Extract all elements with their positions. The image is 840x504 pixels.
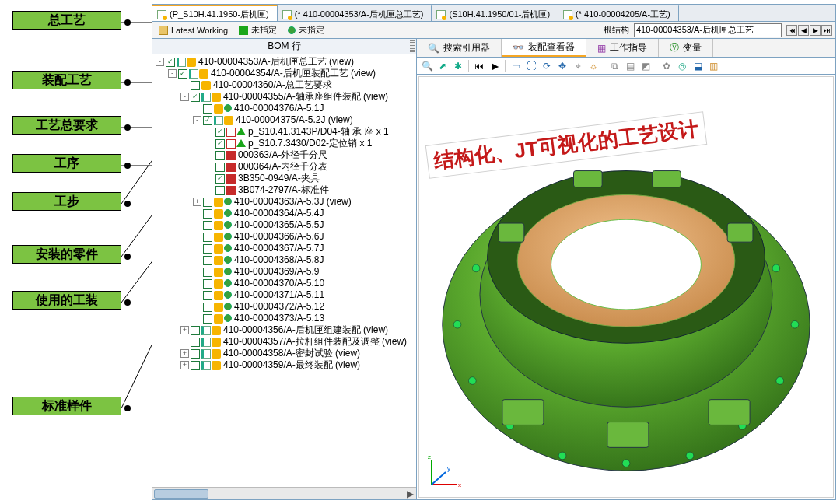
expander[interactable]: + xyxy=(180,349,189,358)
tree-row[interactable]: +✓410-00004359/A-最终装配 (view) xyxy=(156,359,416,371)
tab-work-guide[interactable]: ▦ 工作指导 xyxy=(586,39,659,57)
checkbox[interactable]: ✓ xyxy=(191,349,200,359)
btn-gear[interactable]: ✿ xyxy=(660,59,674,73)
document-tab[interactable]: (S10H.41.1950/01-后机匣) xyxy=(432,5,558,21)
tree-row[interactable]: ✓p_S10.7.3430/D02-定位销 x 1 xyxy=(156,138,416,149)
tree-row[interactable]: -✓410-00004375/A-5.2J (view) xyxy=(156,114,416,126)
checkbox[interactable]: ✓ xyxy=(203,198,212,207)
checkbox[interactable]: ✓ xyxy=(191,338,200,347)
checkbox[interactable]: ✓ xyxy=(203,256,212,265)
nav-next[interactable]: ▶ xyxy=(810,25,821,36)
btn-run[interactable]: ✱ xyxy=(451,59,465,73)
checkbox[interactable]: ✓ xyxy=(215,151,225,160)
tree-row[interactable]: ✓410-00004364/A-5.4J xyxy=(156,208,416,219)
document-tab[interactable]: (P_S10H.41.1950-后机匣) xyxy=(152,5,278,21)
scroll-right[interactable]: ▶ xyxy=(404,488,416,500)
checkbox[interactable]: ✓ xyxy=(203,221,212,230)
btn-sheet[interactable]: ▥ xyxy=(706,59,720,73)
tab-search-refs[interactable]: 🔍 搜索引用器 xyxy=(417,39,502,57)
btn-globe[interactable]: ◎ xyxy=(675,59,689,73)
unspecified-button-2[interactable]: 未指定 xyxy=(285,23,327,37)
btn-export[interactable]: ⬓ xyxy=(691,59,705,73)
btn-light[interactable]: ☼ xyxy=(586,59,600,73)
tree-row[interactable]: -✓410-00004353/A-后机匣总工艺 (view) xyxy=(156,56,416,68)
checkbox[interactable]: ✓ xyxy=(203,291,212,300)
checkbox[interactable]: ✓ xyxy=(203,314,212,324)
checkbox[interactable]: ✓ xyxy=(203,268,212,277)
checkbox[interactable]: ✓ xyxy=(215,186,225,195)
btn-first[interactable]: ⏮ xyxy=(472,59,486,73)
checkbox[interactable]: ✓ xyxy=(203,209,212,219)
column-grip[interactable] xyxy=(410,40,415,52)
nav-prev[interactable]: ◀ xyxy=(798,25,809,36)
checkbox[interactable]: ✓ xyxy=(191,326,200,335)
scroll-thumb[interactable] xyxy=(154,489,208,499)
checkbox[interactable]: ✓ xyxy=(178,69,187,79)
tree-row[interactable]: -✓410-00004354/A-后机匣装配工艺 (view) xyxy=(156,68,416,79)
checkbox[interactable]: ✓ xyxy=(215,163,225,172)
tree-row[interactable]: ✓410-00004368/A-5.8J xyxy=(156,254,416,266)
checkbox[interactable]: ✓ xyxy=(203,279,212,289)
tree-row[interactable]: ✓410-00004367/A-5.7J xyxy=(156,243,416,254)
document-tab[interactable]: (* 410-00004205/A-工艺) xyxy=(558,5,679,21)
checkbox[interactable]: ✓ xyxy=(215,128,225,137)
btn-fit[interactable]: ⛶ xyxy=(524,59,538,73)
checkbox[interactable]: ✓ xyxy=(191,81,200,90)
checkbox[interactable]: ✓ xyxy=(203,303,212,312)
tree-row[interactable]: ✓410-00004366/A-5.6J xyxy=(156,231,416,243)
expander[interactable]: + xyxy=(193,198,201,206)
btn-move[interactable]: ✥ xyxy=(555,59,569,73)
root-structure-input[interactable] xyxy=(634,23,782,37)
tree-row[interactable]: +✓410-00004363/A-5.3J (view) xyxy=(156,196,416,208)
checkbox[interactable]: ✓ xyxy=(203,244,212,254)
btn-markup[interactable]: ◩ xyxy=(639,59,653,73)
checkbox[interactable]: ✓ xyxy=(203,104,212,114)
tab-assembly-viewer[interactable]: 👓 装配查看器 xyxy=(502,39,586,57)
btn-snap[interactable]: ⌖ xyxy=(571,59,585,73)
expander[interactable]: + xyxy=(180,326,189,334)
tree-row[interactable]: ✓p_S10.41.3143P/D04-轴 承 座 x 1 xyxy=(156,126,416,138)
nav-first[interactable]: ⏮ xyxy=(786,25,797,36)
expander[interactable]: - xyxy=(156,58,164,66)
expander[interactable]: - xyxy=(193,116,201,124)
btn-play[interactable]: ▶ xyxy=(488,59,502,73)
btn-zoom[interactable]: 🔍 xyxy=(420,59,434,73)
btn-box[interactable]: ▭ xyxy=(509,59,523,73)
latest-working-button[interactable]: Latest Working xyxy=(156,24,231,37)
tree-row[interactable]: ✓410-00004376/A-5.1J xyxy=(156,103,416,114)
checkbox[interactable]: ✓ xyxy=(203,116,212,125)
checkbox[interactable]: ✓ xyxy=(215,174,225,184)
tree-row[interactable]: -✓410-00004355/A-轴承座组件装配 (view) xyxy=(156,91,416,103)
tree-row[interactable]: ✓410-00004373/A-5.13 xyxy=(156,313,416,324)
bom-tree[interactable]: -✓410-00004353/A-后机匣总工艺 (view)-✓410-0000… xyxy=(152,54,416,487)
btn-section[interactable]: ⧉ xyxy=(607,59,621,73)
tree-row[interactable]: +✓410-00004358/A-密封试验 (view) xyxy=(156,348,416,359)
tab-variable[interactable]: Ⓥ 变量 xyxy=(659,39,713,57)
expander[interactable]: - xyxy=(180,93,189,101)
btn-measure[interactable]: ▤ xyxy=(623,59,637,73)
checkbox[interactable]: ✓ xyxy=(203,233,212,242)
tree-row[interactable]: +✓410-00004356/A-后机匣组建装配 (view) xyxy=(156,324,416,336)
tree-row[interactable]: ✓000363/A-外径千分尺 xyxy=(156,149,416,161)
tree-row[interactable]: ✓410-00004365/A-5.5J xyxy=(156,219,416,231)
horizontal-scrollbar[interactable]: ◀ ▶ xyxy=(152,487,416,499)
bom-header[interactable]: BOM 行 xyxy=(152,39,416,54)
document-tab[interactable]: (* 410-00004353/A-后机匣总工艺) xyxy=(278,5,432,21)
nav-last[interactable]: ⏭ xyxy=(821,25,832,36)
checkbox[interactable]: ✓ xyxy=(191,93,200,102)
tree-row[interactable]: ✓3B074-2797/A-标准件 xyxy=(156,184,416,196)
unspecified-button-1[interactable]: 未指定 xyxy=(236,23,280,37)
checkbox[interactable]: ✓ xyxy=(191,361,200,370)
tree-row[interactable]: ✓3B350-0949/A-夹具 xyxy=(156,173,416,184)
tree-row[interactable]: ✓410-00004369/A-5.9 xyxy=(156,266,416,278)
expander[interactable]: - xyxy=(168,69,177,78)
btn-select[interactable]: ⬈ xyxy=(436,59,450,73)
tree-row[interactable]: ✓000364/A-内径千分表 xyxy=(156,161,416,173)
expander[interactable]: + xyxy=(180,361,189,369)
checkbox[interactable]: ✓ xyxy=(166,58,175,67)
tree-row[interactable]: ✓410-00004370/A-5.10 xyxy=(156,278,416,289)
tree-row[interactable]: ✓410-00004371/A-5.11 xyxy=(156,289,416,301)
tree-row[interactable]: ✓410-00004357/A-拉杆组件装配及调整 (view) xyxy=(156,336,416,348)
tree-row[interactable]: ✓410-00004360/A-总工艺要求 xyxy=(156,79,416,91)
checkbox[interactable]: ✓ xyxy=(215,139,225,149)
